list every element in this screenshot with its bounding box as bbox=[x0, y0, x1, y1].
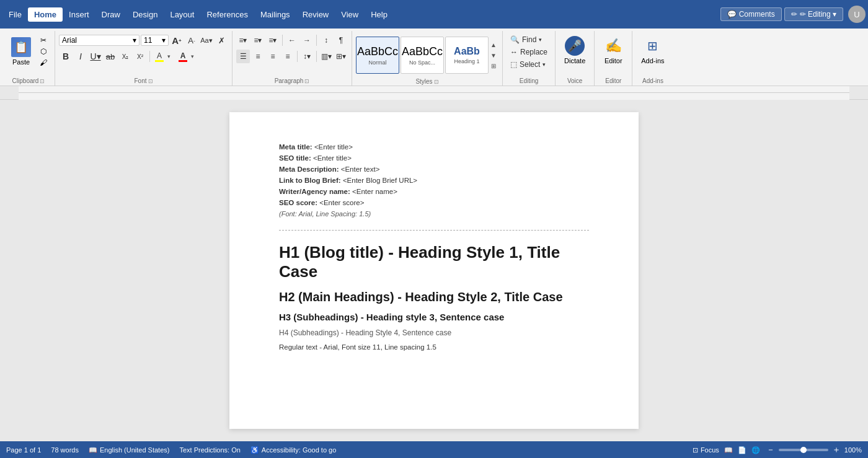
superscript-button[interactable]: X² bbox=[133, 50, 147, 63]
find-dropdown[interactable]: ▾ bbox=[539, 37, 542, 43]
ruler-main[interactable] bbox=[19, 86, 849, 99]
style-heading1[interactable]: AaBb Heading 1 bbox=[445, 37, 489, 74]
increase-font-button[interactable]: A+ bbox=[170, 33, 184, 47]
cut-button[interactable]: ✂ bbox=[37, 35, 50, 46]
read-mode-button[interactable]: 📖 bbox=[724, 446, 733, 454]
styles-scroll-down[interactable]: ▼ bbox=[489, 50, 498, 60]
menu-review[interactable]: Review bbox=[296, 7, 335, 22]
zoom-controls: － ＋ 100% bbox=[765, 444, 862, 456]
font-row-2: B I U▾ ab X₂ X² A ▾ A bbox=[59, 50, 198, 63]
link-value[interactable]: <Enter Blog Brief URL> bbox=[343, 177, 417, 184]
styles-more[interactable]: ⊞ bbox=[489, 61, 498, 71]
microphone-icon: 🎤 bbox=[565, 36, 585, 56]
editor-button[interactable]: ✍ Editor bbox=[598, 33, 628, 67]
web-layout-button[interactable]: 🌐 bbox=[751, 446, 760, 454]
h2-heading[interactable]: H2 (Main Headings) - Heading Style 2, Ti… bbox=[279, 290, 589, 304]
align-right-button[interactable]: ≡ bbox=[266, 50, 280, 63]
text-highlight-button[interactable]: A bbox=[153, 50, 166, 63]
zoom-slider[interactable] bbox=[779, 449, 828, 451]
seo-score-value[interactable]: <Enter score> bbox=[319, 199, 364, 206]
paragraph-dialog-launcher[interactable]: ⊡ bbox=[304, 78, 309, 84]
select-button[interactable]: ⬚ Select ▾ bbox=[507, 58, 549, 71]
writer-value[interactable]: <Enter name> bbox=[352, 188, 397, 195]
highlight-dropdown[interactable]: ▾ bbox=[167, 53, 175, 59]
paste-button[interactable]: 📋 Paste bbox=[6, 35, 36, 68]
clear-formatting-button[interactable]: ✗ bbox=[215, 33, 228, 47]
menu-draw[interactable]: Draw bbox=[95, 7, 126, 22]
styles-scroll-up[interactable]: ▲ bbox=[489, 40, 498, 50]
format-painter-button[interactable]: 🖌 bbox=[37, 57, 50, 68]
font-dialog-launcher[interactable]: ⊡ bbox=[148, 78, 153, 84]
bold-button[interactable]: B bbox=[59, 50, 73, 63]
replace-button[interactable]: ↔ Replace bbox=[507, 46, 551, 58]
editing-group-label: Editing bbox=[507, 76, 551, 84]
bullets-button[interactable]: ≡▾ bbox=[236, 33, 250, 47]
language-indicator[interactable]: 📖 English (United States) bbox=[89, 446, 170, 454]
font-family-selector[interactable]: Arial ▾ bbox=[59, 35, 140, 46]
meta-title-value[interactable]: <Enter title> bbox=[314, 143, 353, 151]
h1-heading[interactable]: H1 (Blog title) - Heading Style 1, Title… bbox=[279, 243, 589, 281]
font-color-button[interactable]: A bbox=[176, 50, 190, 63]
menu-references[interactable]: References bbox=[200, 7, 254, 22]
page-info[interactable]: Page 1 of 1 bbox=[6, 446, 41, 454]
clipboard-small-buttons: ✂ ⬡ 🖌 bbox=[36, 33, 51, 69]
text-predictions-status[interactable]: Text Predictions: On bbox=[179, 446, 240, 454]
style-no-spacing[interactable]: AaBbCc No Spac... bbox=[401, 37, 444, 74]
fontcolor-dropdown[interactable]: ▾ bbox=[191, 53, 198, 59]
paragraph-row-2: ☰ ≡ ≡ ≡ ↕▾ ▥▾ ⊞▾ bbox=[236, 50, 348, 63]
justify-button[interactable]: ≡ bbox=[281, 50, 294, 63]
sort-button[interactable]: ↕ bbox=[319, 33, 333, 47]
menu-design[interactable]: Design bbox=[126, 7, 164, 22]
borders-button[interactable]: ⊞▾ bbox=[334, 50, 348, 63]
change-case-button[interactable]: Aa▾ bbox=[200, 33, 213, 47]
font-group-label: Font ⊡ bbox=[59, 76, 228, 84]
find-button[interactable]: 🔍 Find ▾ bbox=[507, 33, 546, 46]
menu-layout[interactable]: Layout bbox=[164, 7, 200, 22]
dictate-button[interactable]: 🎤 Dictate bbox=[559, 33, 590, 67]
menu-file[interactable]: File bbox=[2, 7, 28, 22]
styles-dialog-launcher[interactable]: ⊡ bbox=[434, 79, 439, 85]
h4-heading[interactable]: H4 (Subheadings) - Heading Style 4, Sent… bbox=[279, 328, 589, 337]
font-size-selector[interactable]: 11 ▾ bbox=[141, 35, 169, 46]
clipboard-dialog-launcher[interactable]: ⊡ bbox=[40, 78, 45, 84]
meta-desc-value[interactable]: <Enter text> bbox=[341, 165, 380, 173]
numbering-button[interactable]: ≡▾ bbox=[251, 33, 265, 47]
decrease-indent-button[interactable]: ← bbox=[285, 33, 299, 47]
shading-button[interactable]: ▥▾ bbox=[319, 50, 333, 63]
accessibility-status[interactable]: ♿ Accessibility: Good to go bbox=[250, 446, 336, 454]
comments-button[interactable]: 💬 Comments bbox=[720, 7, 782, 21]
h3-heading[interactable]: H3 (Subheadings) - Heading style 3, Sent… bbox=[279, 312, 589, 322]
addins-button[interactable]: ⊞ Add-ins bbox=[636, 33, 669, 67]
zoom-in-button[interactable]: ＋ bbox=[831, 444, 842, 456]
print-layout-button[interactable]: 📄 bbox=[738, 446, 746, 454]
align-left-button[interactable]: ☰ bbox=[236, 50, 250, 63]
user-avatar[interactable]: U bbox=[848, 6, 866, 23]
menu-mailings[interactable]: Mailings bbox=[254, 7, 296, 22]
menu-home[interactable]: Home bbox=[28, 7, 63, 22]
show-paragraph-button[interactable]: ¶ bbox=[334, 33, 348, 47]
regular-text[interactable]: Regular text - Arial, Font size 11, Line… bbox=[279, 343, 589, 351]
align-center-button[interactable]: ≡ bbox=[251, 50, 265, 63]
menu-insert[interactable]: Insert bbox=[63, 7, 95, 22]
multilevel-button[interactable]: ≡▾ bbox=[266, 33, 280, 47]
editing-mode-button[interactable]: ✏ ✏ Editing ▾ bbox=[784, 7, 843, 21]
menu-view[interactable]: View bbox=[335, 7, 365, 22]
underline-button[interactable]: U▾ bbox=[89, 50, 102, 63]
strikethrough-button[interactable]: ab bbox=[104, 50, 117, 63]
document-page[interactable]: Meta title: <Enter title> SEO title: <En… bbox=[229, 112, 639, 429]
select-dropdown[interactable]: ▾ bbox=[542, 61, 546, 68]
zoom-out-button[interactable]: － bbox=[765, 444, 776, 456]
line-spacing-button[interactable]: ↕▾ bbox=[300, 50, 314, 63]
style-h1-label: Heading 1 bbox=[454, 58, 479, 64]
seo-title-value[interactable]: <Enter title> bbox=[313, 154, 352, 162]
menu-help[interactable]: Help bbox=[365, 7, 394, 22]
focus-button[interactable]: ⊡ Focus bbox=[693, 446, 719, 454]
style-normal[interactable]: AaBbCc Normal bbox=[356, 37, 399, 74]
copy-button[interactable]: ⬡ bbox=[37, 46, 50, 57]
decrease-font-button[interactable]: A- bbox=[185, 33, 198, 47]
subscript-button[interactable]: X₂ bbox=[118, 50, 132, 63]
increase-indent-button[interactable]: → bbox=[300, 33, 314, 47]
page-count: Page 1 of 1 bbox=[6, 446, 41, 454]
italic-button[interactable]: I bbox=[74, 50, 87, 63]
word-count[interactable]: 78 words bbox=[51, 446, 79, 454]
